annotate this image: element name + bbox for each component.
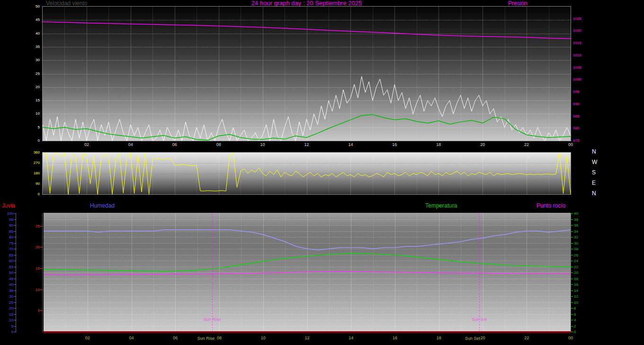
wind-axis-tick-label: 25	[19, 72, 40, 76]
humidity-axis-tick-label: 30	[1, 294, 13, 299]
humidity-axis-line	[16, 213, 16, 332]
pressure-axis-tick-label: 1010	[573, 53, 581, 57]
wind-axis-tick-label: 30	[19, 58, 40, 62]
hour-tick-label: 06	[169, 143, 180, 147]
temperature-axis-tick	[571, 255, 573, 255]
rain-axis-tick-label: 15	[29, 266, 40, 271]
hour-tick-label: 22	[521, 143, 532, 147]
wind-speed-label: Velocidad viento	[46, 0, 87, 7]
hour-tick-label: 22	[521, 336, 532, 340]
humidity-axis-tick-label: 5	[1, 324, 13, 328]
pressure-axis-tick-label: 975	[573, 138, 579, 143]
temperature-axis-tick-label: 14	[574, 289, 578, 293]
hour-tick-label: 18	[433, 143, 444, 147]
hour-tick-label: 06	[170, 336, 181, 340]
humidity-axis-tick	[14, 308, 16, 309]
hour-tick-label: 16	[389, 143, 400, 147]
temperature-axis-tick-label: 38	[574, 218, 578, 222]
wind-axis-tick-label: 0	[19, 138, 40, 143]
rain-axis-tick	[40, 310, 42, 311]
humidity-axis-tick	[14, 243, 16, 244]
wind-axis-tick-label: 15	[19, 98, 40, 102]
hour-tick-label: 16	[389, 336, 401, 340]
compass-letter: N	[592, 150, 596, 154]
rain-axis-tick	[40, 247, 42, 247]
temperature-axis-tick-label: 8	[574, 306, 576, 310]
pressure-axis-tick-label: 1015	[573, 41, 581, 45]
humidity-axis-tick-label: 80	[1, 235, 13, 239]
temperature-axis-tick	[571, 320, 573, 320]
humidity-axis-tick-label: 55	[1, 265, 13, 269]
humidity-label: Humedad	[90, 202, 115, 209]
humidity-axis-tick	[14, 279, 16, 279]
humidity-axis-tick-label: 0	[1, 330, 13, 334]
humidity-axis-tick	[14, 219, 16, 220]
temperature-axis-tick-label: 0	[574, 330, 576, 334]
temperature-axis-tick-label: 40	[574, 211, 578, 216]
temperature-label: Temperatura	[425, 202, 457, 209]
temperature-axis-tick	[571, 249, 573, 249]
temperature-axis-tick-label: 26	[574, 253, 578, 257]
direction-axis-tick-label: 270	[22, 161, 40, 165]
temperature-axis-tick	[571, 326, 573, 327]
wind-axis-tick-label: 35	[19, 45, 40, 49]
temperature-axis-tick-label: 16	[574, 282, 578, 287]
temperature-axis-tick	[571, 272, 573, 273]
hour-tick-label: 10	[258, 336, 269, 340]
temperature-axis-tick-label: 24	[574, 259, 578, 263]
temperature-axis-tick-label: 18	[574, 277, 578, 281]
wind-axis-tick-label: 5	[19, 125, 40, 129]
temperature-axis-tick-label: 4	[574, 318, 576, 322]
rain-axis-tick	[40, 226, 42, 227]
hour-tick-label: 02	[81, 143, 92, 147]
humidity-axis-tick-label: 75	[1, 241, 13, 245]
temperature-axis-tick-label: 2	[574, 324, 576, 328]
humidity-axis-tick-label: 35	[1, 289, 13, 293]
temperature-axis-tick	[571, 237, 573, 237]
wind-speed-pressure-chart	[42, 6, 571, 141]
humidity-temperature-chart	[44, 213, 571, 333]
humidity-axis-tick-label: 95	[1, 218, 13, 222]
compass-letter: S	[592, 171, 596, 175]
hour-tick-label: 14	[345, 143, 356, 147]
hour-tick-label: 08	[213, 143, 224, 147]
humidity-axis-tick	[14, 314, 16, 315]
humidity-axis-tick	[14, 237, 16, 237]
humidity-axis-tick	[14, 302, 16, 303]
temperature-axis-tick-label: 28	[574, 247, 578, 251]
temperature-axis-tick	[571, 261, 573, 261]
dew-point-label: Punto rocío	[537, 202, 565, 209]
temperature-axis-tick-label: 12	[574, 294, 578, 299]
humidity-axis-tick	[14, 284, 16, 285]
temperature-axis-tick	[571, 225, 573, 226]
hour-tick-label: 14	[345, 336, 357, 340]
temperature-axis-tick	[571, 219, 573, 220]
humidity-axis-tick	[14, 231, 16, 232]
sun-rise-label: Sun Rise	[198, 317, 226, 322]
rain-axis-tick-label: 20	[29, 245, 40, 249]
humidity-axis-tick-label: 70	[1, 247, 13, 251]
humidity-axis-tick	[14, 267, 16, 267]
pressure-axis-tick-label: 1020	[573, 28, 581, 33]
temperature-axis-tick-label: 6	[574, 312, 576, 317]
humidity-axis-tick	[14, 326, 16, 327]
humidity-axis-tick-label: 100	[1, 211, 13, 216]
pressure-axis-tick-label: 1005	[573, 65, 581, 70]
temperature-axis-tick	[571, 291, 573, 291]
humidity-axis-tick-label: 60	[1, 259, 13, 263]
temperature-axis-tick-label: 20	[574, 271, 578, 275]
humidity-axis-tick	[14, 320, 16, 320]
temperature-axis-tick	[571, 296, 573, 297]
hour-tick-label: 12	[302, 336, 313, 340]
hour-tick-label: 10	[257, 143, 268, 147]
rain-axis-tick	[40, 268, 42, 269]
temperature-axis-tick-label: 30	[574, 241, 578, 245]
pressure-axis-tick-label: 1025	[573, 17, 581, 21]
humidity-axis-tick-label: 85	[1, 229, 13, 234]
humidity-axis-tick-label: 10	[1, 318, 13, 322]
temperature-axis-tick	[571, 284, 573, 285]
wind-axis-tick-label: 40	[19, 31, 40, 36]
rain-axis-line	[42, 213, 43, 332]
temperature-axis-tick-label: 10	[574, 300, 578, 305]
hour-tick-label: 02	[82, 336, 93, 340]
